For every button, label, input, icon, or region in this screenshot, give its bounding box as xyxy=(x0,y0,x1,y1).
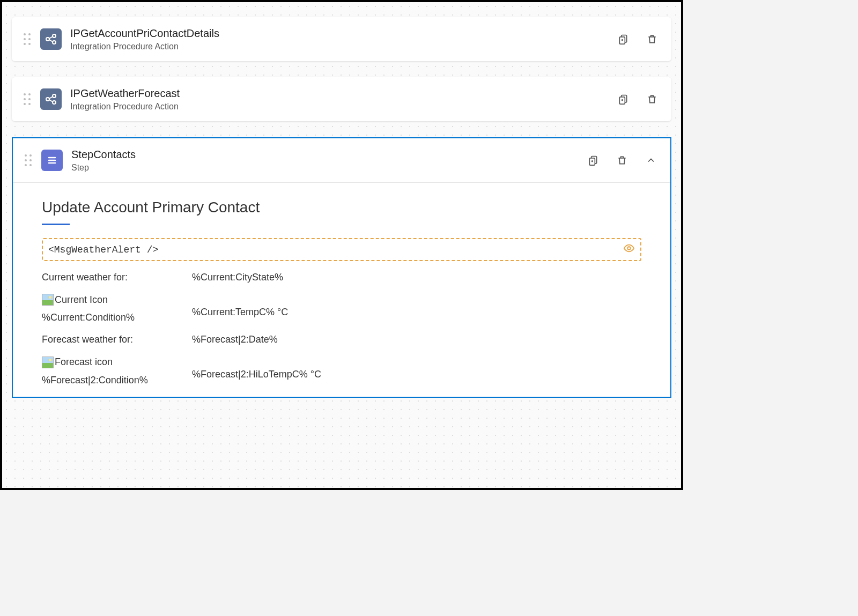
svg-point-1 xyxy=(53,34,56,38)
forecast-icon-broken-image: Forecast icon xyxy=(42,357,113,368)
element-ip-account-contact[interactable]: IPGetAccountPriContactDetails Integratio… xyxy=(12,17,671,61)
integration-procedure-icon xyxy=(40,28,62,50)
current-weather-label: Current weather for: xyxy=(42,272,192,283)
element-title: IPGetWeatherForecast xyxy=(70,87,616,100)
current-citystate-merge: %Current:CityState% xyxy=(192,272,641,283)
collapse-button[interactable] xyxy=(644,153,659,168)
svg-point-0 xyxy=(46,38,49,41)
svg-point-11 xyxy=(53,101,56,104)
element-ip-weather-forecast[interactable]: IPGetWeatherForecast Integration Procedu… xyxy=(12,77,671,121)
current-icon-broken-image: Current Icon xyxy=(42,294,108,306)
element-title: StepContacts xyxy=(71,148,586,161)
current-condition-merge: %Current:Condition% xyxy=(42,312,192,323)
element-subtitle: Integration Procedure Action xyxy=(70,42,616,51)
step-body: Update Account Primary Contact <MsgWeath… xyxy=(13,183,670,386)
drag-handle-icon[interactable] xyxy=(24,33,31,45)
element-step-contacts[interactable]: StepContacts Step xyxy=(12,137,671,398)
forecast-date-merge: %Forecast|2:Date% xyxy=(192,334,641,345)
placeholder-tag: <MsgWeatherAlert /> xyxy=(48,244,158,255)
element-title: IPGetAccountPriContactDetails xyxy=(70,27,616,40)
svg-point-10 xyxy=(53,94,56,98)
app-frame: IPGetAccountPriContactDetails Integratio… xyxy=(0,0,683,490)
msg-weather-alert-placeholder[interactable]: <MsgWeatherAlert /> xyxy=(42,238,641,261)
step-icon xyxy=(41,150,63,171)
copy-button[interactable] xyxy=(616,92,631,107)
current-temp-merge: %Current:TempC% °C xyxy=(192,294,641,318)
section-title: Update Account Primary Contact xyxy=(42,199,260,220)
svg-line-3 xyxy=(49,36,53,39)
copy-button[interactable] xyxy=(586,153,601,168)
integration-procedure-icon xyxy=(40,88,62,110)
design-canvas: IPGetAccountPriContactDetails Integratio… xyxy=(2,2,681,488)
svg-line-12 xyxy=(49,97,53,99)
copy-button[interactable] xyxy=(616,32,631,47)
drag-handle-icon[interactable] xyxy=(24,93,31,105)
forecast-weather-label: Forecast weather for: xyxy=(42,334,192,345)
svg-line-13 xyxy=(49,100,53,102)
weather-data-preview: Current weather for: %Current:CityState%… xyxy=(42,272,641,386)
delete-button[interactable] xyxy=(645,32,660,47)
svg-line-4 xyxy=(49,40,53,42)
drag-handle-icon[interactable] xyxy=(25,154,32,166)
title-underline xyxy=(42,224,70,225)
delete-button[interactable] xyxy=(645,92,660,107)
element-subtitle: Integration Procedure Action xyxy=(70,102,616,112)
forecast-condition-merge: %Forecast|2:Condition% xyxy=(42,375,192,386)
preview-icon[interactable] xyxy=(623,242,635,257)
delete-button[interactable] xyxy=(615,153,630,168)
svg-point-2 xyxy=(53,41,56,44)
svg-point-25 xyxy=(627,247,631,250)
forecast-temp-merge: %Forecast|2:HiLoTempC% °C xyxy=(192,356,641,380)
element-subtitle: Step xyxy=(71,163,586,173)
svg-point-9 xyxy=(46,98,49,101)
